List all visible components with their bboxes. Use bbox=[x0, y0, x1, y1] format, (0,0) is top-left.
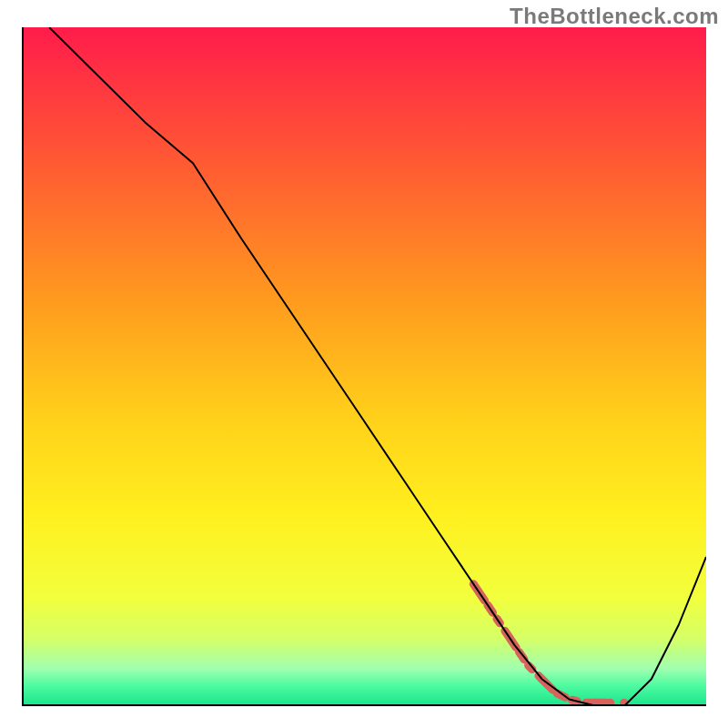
chart-stage: TheBottleneck.com bbox=[0, 0, 728, 728]
plot-area bbox=[22, 27, 706, 706]
watermark-text: TheBottleneck.com bbox=[510, 4, 719, 29]
plot-svg bbox=[22, 27, 706, 706]
x-axis bbox=[22, 704, 706, 706]
gradient-background bbox=[22, 27, 706, 706]
y-axis bbox=[22, 27, 24, 706]
